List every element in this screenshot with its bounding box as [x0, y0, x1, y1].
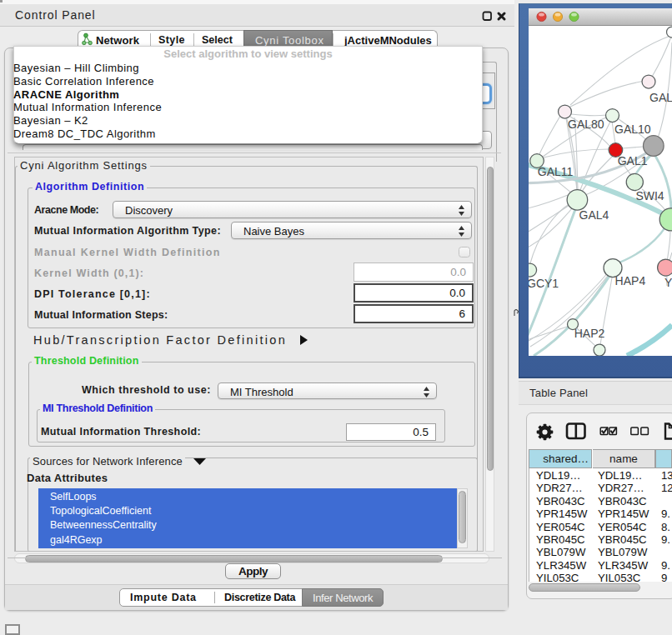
svg-text:HAP4: HAP4 — [615, 274, 646, 288]
svg-text:GAL10: GAL10 — [614, 122, 651, 136]
svg-text:GAL1: GAL1 — [618, 154, 648, 168]
svg-text:GAL4: GAL4 — [579, 208, 609, 222]
svg-text:GAL80: GAL80 — [568, 118, 604, 131]
svg-text:GAL2: GAL2 — [649, 91, 672, 104]
svg-text:GCY1: GCY1 — [529, 277, 559, 290]
svg-text:HAP2: HAP2 — [574, 327, 605, 340]
svg-text:SWI4: SWI4 — [635, 189, 664, 202]
svg-text:GAL11: GAL11 — [538, 165, 574, 178]
svg-text:Y: Y — [664, 276, 672, 289]
